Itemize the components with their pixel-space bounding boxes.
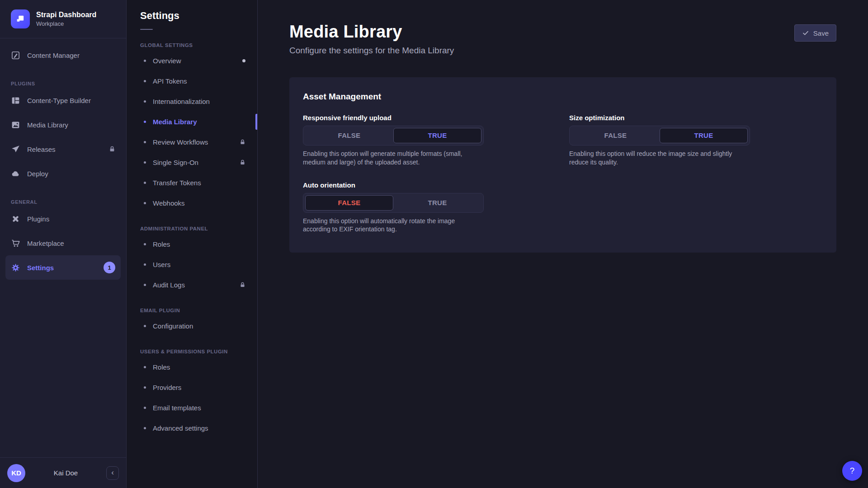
settings-nav-item-email-templates[interactable]: Email templates	[127, 398, 257, 418]
settings-nav-label: Transfer Tokens	[153, 179, 201, 187]
main-content: Media Library Configure the settings for…	[258, 0, 868, 488]
sidebar-item-marketplace[interactable]: Marketplace	[5, 231, 121, 255]
toggle-true-option[interactable]: TRUE	[393, 195, 481, 211]
settings-subnav: Settings GLOBAL SETTINGS Overview API To…	[127, 0, 258, 488]
user-avatar[interactable]: KD	[7, 464, 25, 482]
bullet-icon	[144, 182, 146, 184]
settings-nav-item-media-library[interactable]: Media Library	[127, 112, 257, 132]
toggle-true-option[interactable]: TRUE	[660, 128, 748, 143]
toggle-false-option[interactable]: FALSE	[571, 128, 660, 143]
settings-nav-label: Overview	[153, 57, 181, 65]
settings-nav-label: Audit Logs	[153, 281, 185, 289]
settings-nav-label: Review Workflows	[153, 138, 208, 146]
help-button[interactable]: ?	[842, 461, 862, 481]
settings-nav-item-webhooks[interactable]: Webhooks	[127, 193, 257, 213]
subnav-section-header: USERS & PERMISSIONS PLUGIN	[127, 349, 257, 354]
settings-nav-item-single-sign-on[interactable]: Single Sign-On	[127, 152, 257, 173]
settings-nav-item-advanced-settings[interactable]: Advanced settings	[127, 418, 257, 438]
deploy-cloud-icon	[11, 169, 20, 178]
field-label: Responsive friendly upload	[303, 114, 484, 122]
subnav-section-users-permissions: USERS & PERMISSIONS PLUGIN Roles Provide…	[127, 349, 257, 438]
sidebar-item-settings[interactable]: Settings 1	[5, 255, 121, 280]
save-button[interactable]: Save	[794, 24, 836, 42]
settings-nav-label: Roles	[153, 363, 170, 371]
sidebar-item-label: Deploy	[27, 170, 48, 178]
subnav-title: Settings	[127, 10, 257, 22]
page-subtitle: Configure the settings for the Media Lib…	[289, 46, 454, 56]
settings-nav-label: Single Sign-On	[153, 159, 198, 166]
settings-nav-item-overview[interactable]: Overview	[127, 51, 257, 71]
subnav-section-header: ADMINISTRATION PANEL	[127, 226, 257, 231]
settings-nav-item-roles-admin[interactable]: Roles	[127, 234, 257, 254]
responsive-upload-toggle: FALSE TRUE	[303, 126, 484, 145]
subnav-section-email-plugin: EMAIL PLUGIN Configuration	[127, 308, 257, 336]
card-title: Asset Management	[303, 92, 823, 102]
settings-nav-item-users[interactable]: Users	[127, 254, 257, 275]
notification-dot-icon	[242, 59, 245, 62]
toggle-false-option[interactable]: FALSE	[305, 195, 393, 211]
sidebar-item-label: Settings	[27, 264, 54, 272]
auto-orientation-toggle: FALSE TRUE	[303, 193, 484, 213]
asset-management-card: Asset Management Responsive friendly upl…	[289, 77, 836, 253]
settings-nav-label: Media Library	[153, 118, 197, 126]
settings-nav-item-api-tokens[interactable]: API Tokens	[127, 71, 257, 91]
page-header-text: Media Library Configure the settings for…	[289, 23, 454, 56]
settings-nav-item-providers[interactable]: Providers	[127, 377, 257, 398]
settings-nav-label: Webhooks	[153, 199, 185, 207]
field-responsive-friendly-upload: Responsive friendly upload FALSE TRUE En…	[303, 114, 484, 167]
field-hint: Enabling this option will generate multi…	[303, 150, 484, 167]
sidebar-item-content-type-builder[interactable]: Content-Type Builder	[5, 88, 121, 113]
plugins-puzzle-icon	[11, 214, 20, 224]
sidebar-item-media-library[interactable]: Media Library	[5, 113, 121, 137]
settings-nav-label: Roles	[153, 240, 170, 248]
settings-nav-item-configuration[interactable]: Configuration	[127, 316, 257, 336]
sidebar-item-content-manager[interactable]: Content Manager	[5, 43, 121, 67]
bullet-icon	[144, 161, 146, 164]
subnav-section-admin-panel: ADMINISTRATION PANEL Roles Users Audit L…	[127, 226, 257, 295]
sidebar-nav: Content Manager PLUGINS Content-Type Bui…	[0, 38, 126, 457]
sidebar-item-deploy[interactable]: Deploy	[5, 161, 121, 186]
settings-nav-label: Email templates	[153, 404, 201, 412]
sidebar-item-plugins[interactable]: Plugins	[5, 206, 121, 231]
toggle-false-option[interactable]: FALSE	[305, 128, 393, 143]
lock-icon	[109, 146, 115, 152]
brand-header: Strapi Dashboard Workplace	[0, 0, 126, 38]
bullet-icon	[144, 80, 146, 82]
sidebar-item-label: Content-Type Builder	[27, 97, 91, 104]
sidebar-item-label: Marketplace	[27, 239, 64, 247]
sidebar-section-plugins: PLUGINS	[11, 81, 115, 86]
bullet-icon	[144, 325, 146, 327]
sidebar-collapse-button[interactable]: ‹	[106, 466, 119, 480]
lock-icon	[240, 160, 245, 165]
app-root: Strapi Dashboard Workplace Content Manag…	[0, 0, 868, 488]
bullet-icon	[144, 366, 146, 368]
field-auto-orientation: Auto orientation FALSE TRUE Enabling thi…	[303, 181, 484, 234]
settings-nav-label: Advanced settings	[153, 424, 208, 432]
settings-nav-item-internationalization[interactable]: Internationalization	[127, 91, 257, 112]
field-hint: Enabling this option will reduce the ima…	[569, 150, 750, 167]
brand-text: Strapi Dashboard Workplace	[36, 11, 96, 27]
settings-nav-item-review-workflows[interactable]: Review Workflows	[127, 132, 257, 152]
check-icon	[802, 29, 809, 37]
page-title: Media Library	[289, 23, 454, 42]
save-button-label: Save	[813, 29, 829, 37]
settings-nav-item-audit-logs[interactable]: Audit Logs	[127, 275, 257, 295]
settings-nav-label: API Tokens	[153, 77, 187, 85]
user-name: Kai Doe	[30, 469, 102, 477]
settings-nav-item-transfer-tokens[interactable]: Transfer Tokens	[127, 173, 257, 193]
brand-title: Strapi Dashboard	[36, 11, 96, 19]
main-sidebar: Strapi Dashboard Workplace Content Manag…	[0, 0, 127, 488]
bullet-icon	[144, 141, 146, 143]
bullet-icon	[144, 263, 146, 266]
sidebar-item-label: Content Manager	[27, 52, 80, 59]
settings-nav-item-roles-up[interactable]: Roles	[127, 357, 257, 377]
content-manager-icon	[11, 51, 20, 60]
bullet-icon	[144, 427, 146, 429]
subnav-section-global: GLOBAL SETTINGS Overview API Tokens Inte…	[127, 42, 257, 213]
sidebar-section-general: GENERAL	[11, 199, 115, 205]
subnav-section-header: GLOBAL SETTINGS	[127, 42, 257, 48]
field-label: Auto orientation	[303, 181, 484, 189]
toggle-true-option[interactable]: TRUE	[393, 128, 481, 143]
sidebar-item-releases[interactable]: Releases	[5, 137, 121, 161]
settings-fields: Responsive friendly upload FALSE TRUE En…	[303, 114, 823, 234]
